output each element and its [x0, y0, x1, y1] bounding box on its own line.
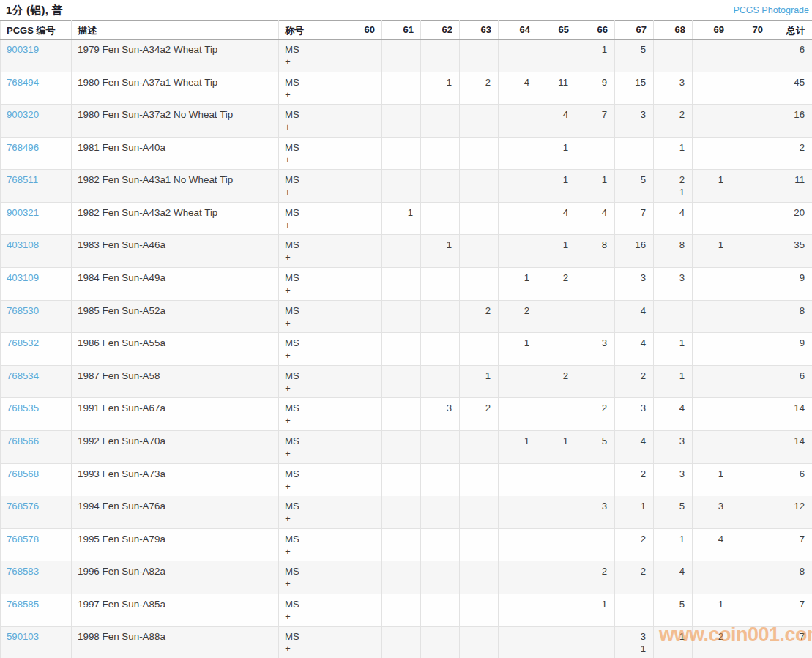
grade-70-count-cell — [731, 561, 770, 594]
pcgs-number-cell: 900320 — [1, 105, 72, 138]
grade-62-count-cell — [421, 202, 460, 235]
col-header-grade-70: 70 — [731, 21, 770, 40]
pcgs-number-link[interactable]: 768568 — [7, 468, 39, 479]
pcgs-number-link[interactable]: 768566 — [7, 435, 39, 446]
grade-62-count-cell — [421, 268, 460, 301]
table-row: 900320 1980 Fen Sun-A37a2 No Wheat Tip M… — [1, 105, 812, 138]
designation-cell: MS+ — [279, 105, 343, 138]
designation-ms-label: MS — [285, 500, 337, 512]
designation-cell: MS+ — [279, 170, 343, 203]
grade-65-count-cell — [537, 40, 576, 72]
grade-61-count-cell — [382, 40, 421, 72]
total-count-cell: 45 — [770, 72, 812, 105]
grade-69-count-cell — [693, 561, 731, 594]
grade-60-count-cell — [343, 333, 382, 366]
designation-ms-label: MS — [285, 108, 337, 121]
grade-65-count-cell: 1 — [537, 137, 576, 170]
grade-63-count-cell: 2 — [460, 398, 499, 431]
grade-62-count-cell — [421, 40, 460, 72]
total-count-cell: 7 — [770, 528, 812, 561]
pcgs-number-cell: 900319 — [1, 40, 72, 72]
grade-62-count-cell — [421, 170, 460, 203]
description-cell: 1995 Fen Sun-A79a — [72, 528, 279, 561]
pcgs-number-link[interactable]: 768583 — [7, 566, 39, 577]
pcgs-number-link[interactable]: 768534 — [7, 370, 39, 381]
pcgs-number-link[interactable]: 768496 — [7, 142, 39, 153]
grade-60-count-cell — [343, 235, 382, 268]
grade-64-count-cell — [499, 202, 537, 235]
grade-66-count-cell: 2 — [576, 561, 615, 594]
pcgs-number-link[interactable]: 590103 — [7, 631, 39, 642]
grade-67-count-cell: 2 — [615, 463, 654, 496]
pcgs-number-link[interactable]: 900319 — [7, 44, 39, 55]
table-row: 768534 1987 Fen Sun-A58 MS+ 1 2 2 1 6 — [1, 365, 812, 398]
grade-60-count-cell — [343, 137, 382, 170]
description-cell: 1996 Fen Sun-A82a — [72, 561, 279, 594]
description-cell: 1998 Fen Sun-A88a — [72, 627, 279, 658]
grade-68-count-cell: 3 — [654, 72, 693, 105]
grade-67-count-cell: 2 — [615, 528, 654, 561]
total-count-cell: 9 — [770, 333, 812, 366]
grade-66-count-cell: 1 — [576, 170, 615, 203]
pcgs-number-link[interactable]: 900320 — [7, 109, 39, 120]
pcgs-number-link[interactable]: 768530 — [7, 305, 39, 316]
grade-70-count-cell — [731, 333, 770, 366]
grade-65-count-cell: 2 — [537, 268, 576, 301]
designation-cell: MS+ — [279, 430, 343, 463]
table-row: 768535 1991 Fen Sun-A67a MS+ 3 2 2 3 4 1… — [1, 398, 812, 431]
grade-68-count-cell: 3 — [654, 268, 693, 301]
grade-69-count-cell: 2 — [693, 627, 731, 658]
grade-69-count-cell — [693, 137, 731, 170]
grade-68-count-cell: 1 — [654, 365, 693, 398]
pcgs-number-link[interactable]: 768585 — [7, 599, 39, 610]
grade-63-count-cell — [460, 235, 499, 268]
grade-61-count-cell — [382, 137, 421, 170]
designation-plus-label: + — [285, 447, 337, 460]
grade-63-count-cell — [460, 496, 499, 529]
grade-62-count-cell — [421, 365, 460, 398]
pcgs-number-link[interactable]: 403108 — [7, 239, 39, 250]
total-count-cell: 11 — [770, 170, 812, 203]
grade-66-count-cell — [576, 268, 615, 301]
pcgs-number-cell: 590103 — [1, 627, 72, 658]
description-cell: 1994 Fen Sun-A76a — [72, 496, 279, 529]
grade-65-count-cell: 1 — [537, 235, 576, 268]
grade-62-count-cell — [421, 333, 460, 366]
table-row: 768530 1985 Fen Sun-A52a MS+ 2 2 4 8 — [1, 300, 812, 333]
col-header-pcgs-number: PCGS 编号 — [1, 21, 72, 40]
pcgs-number-cell: 768511 — [1, 170, 72, 203]
pcgs-number-link[interactable]: 768576 — [7, 501, 39, 512]
topbar: 1分 (铝), 普 PCGS Photograde — [0, 0, 812, 20]
pcgs-number-cell: 768532 — [1, 333, 72, 366]
table-row: 403108 1983 Fen Sun-A46a MS+ 1 1 8 16 8 … — [1, 235, 812, 268]
grade-67-count-cell: 15 — [615, 72, 654, 105]
pcgs-number-link[interactable]: 768532 — [7, 337, 39, 348]
pcgs-number-link[interactable]: 768535 — [7, 403, 39, 414]
grade-69-count-cell: 1 — [693, 235, 731, 268]
grade-61-count-cell — [382, 627, 421, 658]
grade-70-count-cell — [731, 496, 770, 529]
table-row: 768532 1986 Fen Sun-A55a MS+ 1 3 4 1 9 — [1, 333, 812, 366]
pcgs-number-link[interactable]: 403109 — [7, 272, 39, 283]
grade-68-count-cell — [654, 40, 693, 72]
pcgs-number-link[interactable]: 768578 — [7, 534, 39, 545]
description-cell: 1992 Fen Sun-A70a — [72, 430, 279, 463]
designation-ms-label: MS — [285, 272, 337, 284]
designation-cell: MS+ — [279, 627, 343, 658]
grade-66-count-cell: 1 — [576, 594, 615, 627]
grade-66-count-cell: 3 — [576, 333, 615, 366]
grade-61-count-cell: 1 — [382, 202, 421, 235]
grade-68-count-cell: 2 — [654, 105, 693, 138]
pcgs-photograde-link[interactable]: PCGS Photograde — [733, 5, 809, 15]
table-row: 768568 1993 Fen Sun-A73a MS+ 2 3 1 6 — [1, 463, 812, 496]
grade-66-count-cell — [576, 627, 615, 658]
pcgs-number-link[interactable]: 768511 — [7, 174, 38, 185]
grade-68-count-cell: 4 — [654, 398, 693, 431]
grade-61-count-cell — [382, 496, 421, 529]
grade-65-count-cell — [537, 300, 576, 333]
pcgs-number-link[interactable]: 900321 — [7, 207, 39, 218]
designation-ms-label: MS — [285, 370, 337, 382]
pcgs-number-link[interactable]: 768494 — [7, 77, 39, 88]
grade-63-count-cell — [460, 594, 499, 627]
grade-67-count-cell: 1 — [615, 496, 654, 529]
